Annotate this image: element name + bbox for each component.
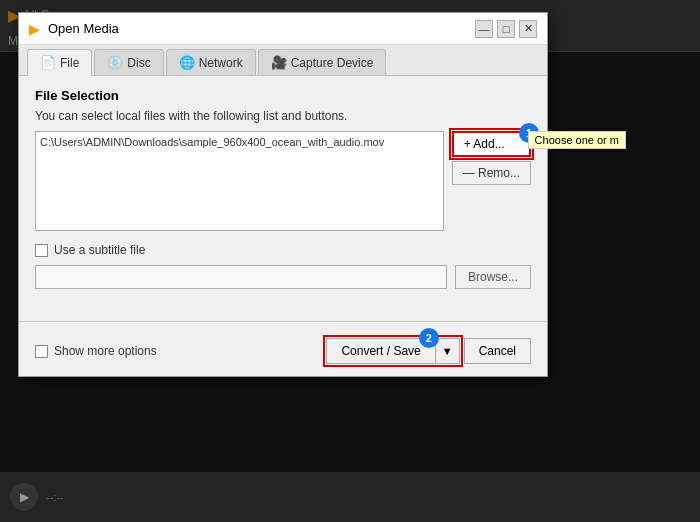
close-button[interactable]: ✕ xyxy=(519,20,537,38)
show-more-checkbox[interactable] xyxy=(35,345,48,358)
convert-save-wrapper: Convert / Save ▼ xyxy=(326,338,459,364)
add-button-label: + Add... xyxy=(464,137,505,151)
subtitle-browse-row: Browse... xyxy=(35,265,531,289)
disc-tab-icon: 💿 xyxy=(107,55,123,70)
file-area: C:\Users\ADMIN\Downloads\sample_960x400_… xyxy=(35,131,531,231)
tab-network[interactable]: 🌐 Network xyxy=(166,49,256,75)
remove-button-label: — Remo... xyxy=(463,166,520,180)
file-tab-label: File xyxy=(60,56,79,70)
tab-bar: 📄 File 💿 Disc 🌐 Network 🎥 Capture Device xyxy=(19,45,547,76)
network-tab-icon: 🌐 xyxy=(179,55,195,70)
browse-button-label: Browse... xyxy=(468,270,518,284)
tooltip: Choose one or m xyxy=(528,131,626,149)
cancel-label: Cancel xyxy=(479,344,516,358)
show-more-row: Show more options xyxy=(35,344,157,358)
file-list-item: C:\Users\ADMIN\Downloads\sample_960x400_… xyxy=(40,136,439,148)
dialog-content: File Selection You can select local file… xyxy=(19,76,547,321)
dropdown-arrow-icon: ▼ xyxy=(442,345,453,357)
file-selection-desc: You can select local files with the foll… xyxy=(35,109,531,123)
open-media-dialog: ▶ Open Media — □ ✕ 📄 File 💿 Disc 🌐 Netwo… xyxy=(18,12,548,377)
file-list-box[interactable]: C:\Users\ADMIN\Downloads\sample_960x400_… xyxy=(35,131,444,231)
dialog-title-text: Open Media xyxy=(48,21,119,36)
convert-save-dropdown[interactable]: ▼ xyxy=(435,338,460,364)
badge-convert: 2 xyxy=(419,328,439,348)
file-selection-title: File Selection xyxy=(35,88,531,103)
dialog-footer: Show more options 2 Convert / Save ▼ Can… xyxy=(19,330,547,376)
separator xyxy=(19,321,547,322)
subtitle-checkbox-row: Use a subtitle file xyxy=(35,243,531,257)
dialog-vlc-icon: ▶ xyxy=(29,21,40,37)
maximize-button[interactable]: □ xyxy=(497,20,515,38)
tab-capture[interactable]: 🎥 Capture Device xyxy=(258,49,387,75)
network-tab-label: Network xyxy=(199,56,243,70)
convert-save-label: Convert / Save xyxy=(341,344,420,358)
capture-tab-icon: 🎥 xyxy=(271,55,287,70)
subtitle-input[interactable] xyxy=(35,265,447,289)
capture-tab-label: Capture Device xyxy=(291,56,374,70)
subtitle-label: Use a subtitle file xyxy=(54,243,145,257)
tab-disc[interactable]: 💿 Disc xyxy=(94,49,163,75)
dialog-title-buttons: — □ ✕ xyxy=(475,20,537,38)
file-buttons: + Add... 1 — Remo... Choose one or m xyxy=(452,131,531,185)
subtitle-checkbox[interactable] xyxy=(35,244,48,257)
disc-tab-label: Disc xyxy=(127,56,150,70)
cancel-button[interactable]: Cancel xyxy=(464,338,531,364)
browse-button[interactable]: Browse... xyxy=(455,265,531,289)
tab-file[interactable]: 📄 File xyxy=(27,49,92,76)
file-tab-icon: 📄 xyxy=(40,55,56,70)
minimize-button[interactable]: — xyxy=(475,20,493,38)
remove-button[interactable]: — Remo... xyxy=(452,161,531,185)
add-button[interactable]: + Add... 1 xyxy=(452,131,531,157)
footer-buttons: 2 Convert / Save ▼ Cancel xyxy=(326,338,531,364)
dialog-title-left: ▶ Open Media xyxy=(29,21,119,37)
show-more-label: Show more options xyxy=(54,344,157,358)
dialog-titlebar: ▶ Open Media — □ ✕ xyxy=(19,13,547,45)
